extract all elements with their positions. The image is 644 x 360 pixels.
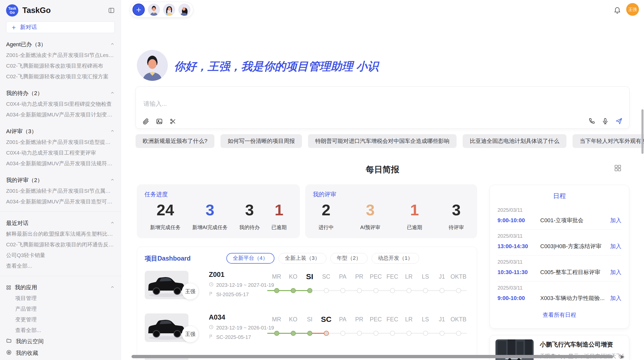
project-name: A034 (209, 313, 267, 321)
app-item-product-mgmt[interactable]: 产品管理 (6, 304, 115, 314)
chat-item[interactable]: A034-全新新能源MUV产品开发项目法规符合性评审 (6, 158, 115, 169)
microphone-icon[interactable] (602, 118, 609, 125)
tab-powertrain[interactable]: 动总开发（1） (372, 253, 419, 264)
suggestion-chip[interactable]: 欧洲新规最近颁布了什么? (136, 134, 214, 148)
session-avatar-2[interactable] (163, 4, 175, 16)
view-all-schedule-link[interactable]: 查看所有日程 (497, 311, 621, 319)
event-date: 2025/03/11 (497, 259, 621, 265)
join-link[interactable]: 加入 (610, 243, 621, 250)
section-my-review[interactable]: 我的评审（2） (6, 175, 115, 186)
sidebar-item-favorites[interactable]: 我的收藏 (6, 347, 115, 359)
app-item-change-mgmt[interactable]: 变更管理 (6, 314, 115, 325)
recent-chat-item[interactable]: C02-飞腾新能源轻客改款项目的闭环通告反馈情况 (6, 239, 115, 250)
join-link[interactable]: 加入 (610, 294, 621, 302)
chat-item[interactable]: C0X4-动力总成开发项目工程变更评审 (6, 147, 115, 158)
new-chat-button[interactable]: ＋ 新对话 (6, 21, 115, 33)
event-date: 2025/03/11 (497, 207, 621, 213)
chat-item[interactable]: C02-飞腾新能源轻客改款项目立项汇报方案 (6, 71, 115, 82)
chevron-up-icon (110, 128, 115, 135)
section-agent-done[interactable]: Agent已办（3） (6, 39, 115, 50)
sidebar-item-cloud-space[interactable]: 我的云空间 (6, 336, 115, 347)
milestone-dot (324, 288, 329, 293)
schedule-event: 2025/03/11 10:30-11:30 C005-整车工程目标评审 加入 (497, 256, 621, 281)
stat-value: 2 (322, 201, 330, 219)
milestone-dot (456, 331, 461, 336)
milestone-dot (274, 288, 279, 293)
card-title: 任务进度 (144, 190, 292, 198)
event-name: X003-车辆动力学性能验... (540, 294, 607, 302)
suggestion-chip[interactable]: 比亚迪全固态电池计划具体说了什么 (463, 134, 566, 148)
chat-input[interactable] (143, 100, 500, 108)
sidebar-collapse-icon[interactable] (108, 7, 115, 14)
apps-view-all-link[interactable]: 查看全部... (6, 325, 115, 336)
session-avatar-1[interactable] (148, 4, 160, 16)
project-row-z001[interactable]: 王强 Z001 2023-12-19 ~ 2027-01-19 SI-2025-… (145, 271, 469, 301)
recent-chat-item[interactable]: 公司Q3轻卡销量 (6, 250, 115, 261)
milestone-dot (406, 288, 412, 293)
chat-item[interactable]: Z001-全新燃油轻卡产品开发项目SI造型提交物评审 (6, 137, 115, 147)
chat-item[interactable]: C0X4-动力总成开发项目SI里程碑提交物检查 (6, 99, 115, 109)
milestone-track: MRKOSISCPAPRPECFECLRLSJ1OKTB (267, 313, 469, 344)
chat-item[interactable]: Z001-全新燃油轻卡产品开发项目SI节点属性5D文件评审 (6, 186, 115, 196)
recent-chat-item[interactable]: 解释最新出台的欧盟报废车法规再生塑料比例被调至15%... (6, 229, 115, 239)
tab-all-platform[interactable]: 全新平台（4） (226, 253, 275, 264)
tab-year-model[interactable]: 年型（2） (330, 253, 368, 264)
chat-item[interactable]: Z001-全新燃油皮卡产品开发项目SI节点Lesson Learn报告 (6, 50, 115, 61)
project-date-range: 2023-12-19 ~ 2027-01-19 (209, 282, 267, 288)
milestone-cell: OKTB (450, 313, 467, 344)
stat-label: 待评审 (449, 224, 464, 231)
stat-label: 新增AI完成任务 (192, 224, 228, 231)
stat-label: 进行中 (318, 224, 334, 231)
stat: 3新增AI完成任务 (192, 201, 228, 231)
milestone-dot (274, 331, 279, 336)
section-recent-chats[interactable]: 最近对话 (6, 218, 115, 229)
new-session-button[interactable]: ＋ (133, 4, 145, 16)
milestone-label: OKTB (448, 314, 469, 325)
layout-grid-icon[interactable] (614, 164, 622, 173)
stat: 1已逾期 (271, 201, 287, 231)
event-name: C001-立项审批会 (540, 217, 607, 224)
vertical-scrollbar-thumb[interactable] (641, 109, 643, 154)
horizontal-scrollbar-thumb[interactable] (131, 355, 613, 358)
section-my-apps[interactable]: 我的应用 (6, 282, 115, 293)
phone-call-icon[interactable] (588, 118, 595, 125)
my-review-card: 我的评审 2进行中 3AI预评审 1已逾期 3待评审 (305, 184, 477, 238)
notification-bell-icon[interactable] (613, 6, 621, 14)
chevron-up-icon (110, 177, 115, 184)
greeting-text: 你好，王强，我是你的项目管理助理 小识 (174, 59, 378, 74)
assistant-avatar (137, 50, 168, 81)
section-ai-review[interactable]: AI评审（3） (6, 126, 115, 137)
milestone-dot (291, 288, 296, 293)
chat-item[interactable]: A034-全新新能源MUV产品开发项目造型可行性评审 (6, 196, 115, 207)
send-icon[interactable] (615, 117, 623, 125)
vehicle-image (145, 313, 188, 342)
session-avatar-3[interactable] (178, 4, 191, 16)
milestone-dot (307, 288, 312, 293)
join-link[interactable]: 加入 (610, 268, 621, 276)
clock-icon (209, 325, 214, 331)
stat: 3我的待办 (239, 201, 260, 231)
chat-item[interactable]: C02-飞腾新能源轻客改款项目里程碑画布 (6, 61, 115, 71)
milestone-dot (340, 288, 345, 293)
attachment-icon[interactable] (142, 118, 149, 125)
image-upload-icon[interactable] (156, 118, 163, 125)
join-link[interactable]: 加入 (610, 217, 621, 224)
project-owner-badge: 王强 (182, 326, 199, 342)
project-row-a034[interactable]: 王强 A034 2023-12-19 ~ 2026-01-19 SC-2025-… (145, 313, 469, 344)
suggestion-chip[interactable]: 特朗普可能对进口汽车增税会对中国车企造成哪些影响 (308, 134, 457, 148)
recent-view-all-link[interactable]: 查看全部... (6, 261, 115, 271)
stats-row: 24新增完成任务 3新增AI完成任务 3我的待办 1已逾期 (144, 201, 292, 231)
new-chat-label: 新对话 (20, 23, 37, 31)
suggestion-chip[interactable]: 当下年轻人对汽车外观有怎样的喜好趋势 (573, 134, 644, 148)
stat-value: 3 (206, 201, 214, 219)
user-avatar[interactable]: 王强 (626, 3, 639, 16)
suggestion-chip[interactable]: 如何写一份清晰的项目周报 (221, 134, 302, 148)
app-item-project-mgmt[interactable]: 项目管理 (6, 293, 115, 304)
tab-new-body[interactable]: 全新上装（3） (279, 253, 326, 264)
milestone-dot (324, 331, 329, 336)
scroll-right-arrow[interactable]: ▶ (621, 353, 624, 359)
logo-line1: Task (8, 6, 16, 10)
scissors-icon[interactable] (169, 118, 176, 125)
chat-item[interactable]: A034-全新新能源MUV产品开发项目计划变更表编写 (6, 109, 115, 120)
section-my-todo[interactable]: 我的待办（2） (6, 88, 115, 99)
